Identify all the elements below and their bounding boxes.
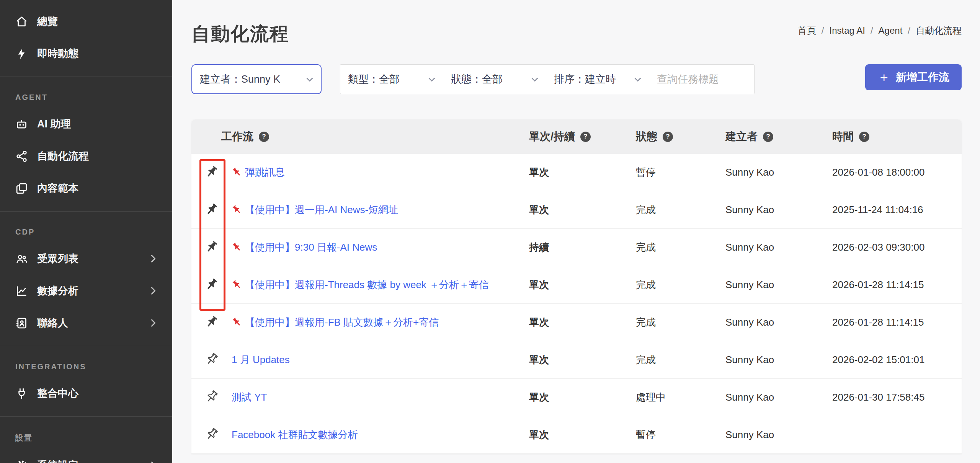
- workflow-link[interactable]: 【使用中】9:30 日報-AI News: [245, 241, 377, 253]
- status-cell: 完成: [636, 316, 725, 329]
- sidebar-item[interactable]: 即時動態: [0, 37, 172, 70]
- type-cell: 單次: [529, 353, 636, 367]
- pin-cell: [191, 202, 232, 218]
- table-header: 工作流?單次/持續?狀態?建立者?時間?: [191, 119, 962, 154]
- gear-icon: [15, 459, 28, 463]
- creator-filter-select[interactable]: 建立者：Sunny K: [191, 64, 322, 94]
- time-cell: 2026-02-03 09:30:00: [832, 241, 962, 253]
- sidebar-item-label: 系統設定: [37, 458, 78, 463]
- pin-cell: [191, 165, 232, 180]
- app-root: 總覽即時動態AGENTAI 助理自動化流程內容範本CDP受眾列表數據分析聯絡人I…: [0, 0, 980, 463]
- sidebar-item[interactable]: 受眾列表: [0, 243, 172, 275]
- pin-button[interactable]: [204, 390, 219, 405]
- pin-button[interactable]: [204, 277, 219, 293]
- sidebar-item-label: 即時動態: [37, 47, 78, 60]
- pin-button[interactable]: [204, 352, 219, 368]
- help-icon[interactable]: ?: [580, 132, 591, 142]
- sidebar-item[interactable]: 整合中心: [0, 377, 172, 409]
- page-head: 自動化流程 首頁/Instag AI/Agent/自動化流程: [191, 21, 962, 47]
- sidebar-item-label: 整合中心: [37, 386, 78, 400]
- sidebar-section-header: 設置: [0, 421, 172, 449]
- red-pin-icon: [232, 315, 242, 325]
- workflow-link[interactable]: 【使用中】週一用-AI News-短網址: [245, 204, 398, 215]
- time-cell: 2026-01-28 11:14:15: [832, 316, 962, 328]
- chevron-down-icon: [632, 73, 644, 85]
- type-cell: 單次: [529, 316, 636, 329]
- pin-cell: [191, 315, 232, 330]
- workflow-link[interactable]: 測試 YT: [232, 391, 267, 403]
- status-cell: 暫停: [636, 428, 725, 442]
- sidebar-item[interactable]: 系統設定: [0, 449, 172, 463]
- pin-button[interactable]: [204, 202, 219, 218]
- table-column-header: 狀態?: [636, 129, 725, 144]
- workflow-link[interactable]: Facebook 社群貼文數據分析: [232, 429, 358, 440]
- pin-button[interactable]: [204, 165, 219, 180]
- creator-cell: Sunny Kao: [725, 279, 832, 291]
- status-cell: 完成: [636, 278, 725, 292]
- sidebar-divider: [0, 211, 172, 212]
- workflow-link[interactable]: 【使用中】週報用-Threads 數據 by week ＋分析＋寄信: [245, 279, 489, 290]
- sidebar-item-label: AI 助理: [37, 117, 71, 131]
- red-pin-icon: [232, 240, 242, 250]
- page-title: 自動化流程: [191, 21, 289, 47]
- time-cell: 2026-01-30 17:58:45: [832, 391, 962, 403]
- sidebar-item[interactable]: 內容範本: [0, 172, 172, 204]
- sort-filter-select[interactable]: 排序：建立時: [546, 64, 649, 94]
- sidebar-item[interactable]: AI 助理: [0, 108, 172, 140]
- workflow-title-cell: 彈跳訊息: [232, 154, 529, 191]
- type-cell: 單次: [529, 166, 636, 179]
- workflow-link[interactable]: 彈跳訊息: [245, 166, 285, 178]
- table-row: 測試 YT單次處理中Sunny Kao2026-01-30 17:58:45: [191, 379, 962, 416]
- add-workflow-button[interactable]: ＋ 新增工作流: [865, 64, 962, 90]
- help-icon[interactable]: ?: [259, 132, 269, 142]
- sidebar-item[interactable]: 自動化流程: [0, 140, 172, 172]
- breadcrumb-item[interactable]: Instag AI: [830, 25, 865, 36]
- creator-cell: Sunny Kao: [725, 241, 832, 253]
- status-cell: 完成: [636, 203, 725, 217]
- workflow-link[interactable]: 1 月 Updates: [232, 354, 290, 365]
- type-cell: 持續: [529, 241, 636, 254]
- pin-button[interactable]: [204, 427, 219, 443]
- sidebar-item[interactable]: 聯絡人: [0, 307, 172, 339]
- creator-cell: Sunny Kao: [725, 429, 832, 441]
- time-cell: 2025-11-24 11:04:16: [832, 204, 962, 216]
- type-filter-select[interactable]: 類型：全部: [340, 64, 443, 94]
- home-icon: [15, 15, 28, 28]
- pin-cell: [191, 427, 232, 443]
- type-cell: 單次: [529, 203, 636, 217]
- sidebar-divider: [0, 416, 172, 417]
- plug-icon: [15, 387, 28, 400]
- help-icon[interactable]: ?: [859, 132, 869, 142]
- type-filter-value: 類型：全部: [348, 72, 424, 86]
- sidebar-item[interactable]: 數據分析: [0, 275, 172, 307]
- sidebar-item[interactable]: 總覽: [0, 5, 172, 37]
- chevron-right-icon: [148, 285, 158, 296]
- pin-button[interactable]: [204, 315, 219, 330]
- column-label: 時間: [832, 129, 854, 144]
- breadcrumb-item[interactable]: Agent: [879, 25, 903, 36]
- sidebar: 總覽即時動態AGENTAI 助理自動化流程內容範本CDP受眾列表數據分析聯絡人I…: [0, 0, 172, 463]
- sidebar-section-header: AGENT: [0, 82, 172, 108]
- status-cell: 處理中: [636, 391, 725, 404]
- red-pin-icon: [232, 165, 242, 175]
- sidebar-section-header: INTEGRATIONS: [0, 351, 172, 377]
- pin-cell: [191, 240, 232, 255]
- help-icon[interactable]: ?: [763, 132, 773, 142]
- creator-cell: Sunny Kao: [725, 316, 832, 328]
- table-body: 彈跳訊息單次暫停Sunny Kao2026-01-08 18:00:00【使用中…: [191, 154, 962, 454]
- filter-bar: 建立者：Sunny K 類型：全部 狀態：全部: [191, 64, 962, 94]
- robot-icon: [15, 118, 28, 130]
- task-title-search-input[interactable]: [649, 64, 755, 94]
- workflow-link[interactable]: 【使用中】週報用-FB 貼文數據＋分析+寄信: [245, 316, 439, 328]
- chevron-down-icon: [529, 73, 541, 85]
- table-column-header: 單次/持續?: [529, 129, 636, 144]
- workflow-title-cell: 【使用中】週報用-FB 貼文數據＋分析+寄信: [232, 304, 529, 341]
- sort-filter-value: 排序：建立時: [554, 72, 630, 86]
- breadcrumb-separator: /: [871, 25, 873, 36]
- status-filter-select[interactable]: 狀態：全部: [443, 64, 546, 94]
- status-cell: 暫停: [636, 166, 725, 179]
- breadcrumb-separator: /: [822, 25, 824, 36]
- breadcrumb-item[interactable]: 首頁: [798, 24, 816, 37]
- help-icon[interactable]: ?: [663, 132, 673, 142]
- pin-button[interactable]: [204, 240, 219, 255]
